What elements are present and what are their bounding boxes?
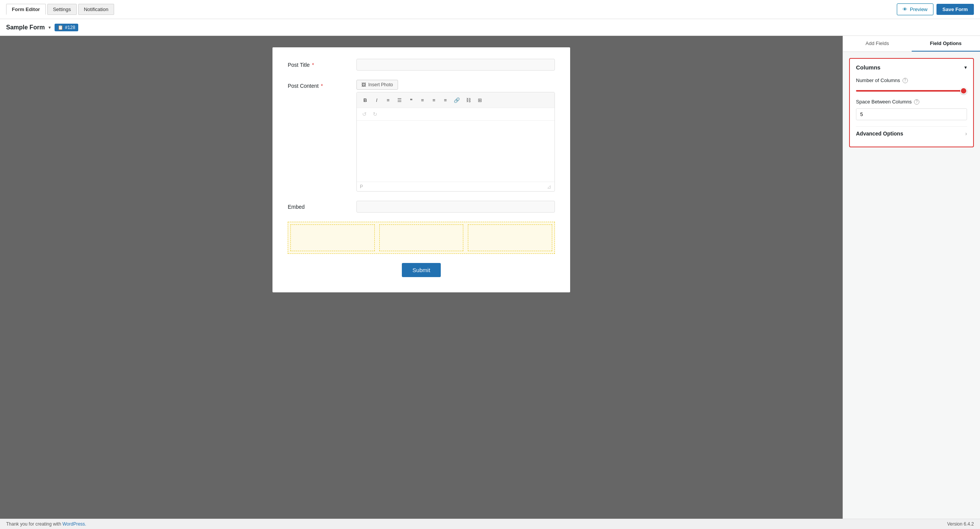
- field-options-body: Number of Columns ? Space Between Column…: [850, 77, 973, 147]
- wordpress-link[interactable]: WordPress.: [62, 521, 86, 527]
- blockquote-button[interactable]: ❝: [406, 95, 416, 105]
- form-id-badge: 📋 #128: [55, 24, 78, 31]
- form-title: Sample Form: [6, 24, 45, 31]
- nav-actions: 👁 Preview Save Form: [897, 3, 974, 15]
- form-canvas: Post Title * Post Content * 🖼 Insert Pho…: [272, 47, 570, 292]
- column-2: [379, 224, 464, 251]
- required-indicator: *: [312, 62, 314, 68]
- advanced-options-label: Advanced Options: [856, 131, 903, 137]
- eye-icon: 👁: [903, 6, 907, 12]
- chevron-down-icon[interactable]: ▾: [48, 25, 51, 30]
- chevron-right-icon: ›: [965, 131, 967, 137]
- link-button[interactable]: 🔗: [451, 95, 462, 105]
- space-columns-help-icon[interactable]: ?: [914, 99, 919, 105]
- required-indicator-2: *: [321, 83, 323, 89]
- panel-content: Columns ▾ Number of Columns ? Space Betw…: [843, 52, 980, 529]
- post-title-field-wrap: [356, 59, 555, 71]
- embed-field-wrap: [356, 201, 555, 213]
- version-text: Version 6.4.2: [947, 521, 974, 527]
- ordered-list-button[interactable]: ☰: [394, 95, 405, 105]
- columns-layout-row: [288, 222, 555, 254]
- field-options-box: Columns ▾ Number of Columns ? Space Betw…: [849, 58, 974, 147]
- nav-tabs: Form Editor Settings Notification: [6, 4, 114, 15]
- post-content-field-wrap: 🖼 Insert Photo B I ≡ ☰ ❝ ≡ ≡ ≡: [356, 80, 555, 192]
- space-columns-label: Space Between Columns: [856, 99, 912, 105]
- num-columns-help-icon[interactable]: ?: [903, 78, 908, 83]
- embed-label: Embed: [288, 201, 349, 210]
- footer-thank-you-text: Thank you for creating with: [6, 521, 61, 527]
- tab-settings[interactable]: Settings: [47, 4, 77, 15]
- tab-form-editor[interactable]: Form Editor: [6, 4, 46, 15]
- page-footer: Thank you for creating with WordPress. V…: [0, 519, 980, 529]
- unordered-list-button[interactable]: ≡: [383, 95, 393, 105]
- align-center-button[interactable]: ≡: [429, 95, 439, 105]
- post-title-input[interactable]: [356, 59, 555, 71]
- bold-button[interactable]: B: [360, 95, 371, 105]
- align-left-button[interactable]: ≡: [417, 95, 428, 105]
- save-form-button[interactable]: Save Form: [936, 4, 974, 15]
- post-content-label: Post Content *: [288, 80, 349, 89]
- editor-resize-handle[interactable]: ⊿: [547, 184, 551, 190]
- editor-toolbar: B I ≡ ☰ ❝ ≡ ≡ ≡ 🔗 ⛓ ⊞: [357, 92, 554, 108]
- tab-notification[interactable]: Notification: [78, 4, 114, 15]
- advanced-options-row[interactable]: Advanced Options ›: [856, 126, 967, 140]
- space-columns-label-row: Space Between Columns ?: [856, 99, 967, 105]
- preview-button[interactable]: 👁 Preview: [897, 3, 933, 15]
- redo-button[interactable]: ↻: [371, 110, 380, 119]
- column-1: [290, 224, 375, 251]
- form-row-post-title: Post Title *: [288, 59, 555, 71]
- rich-text-editor: B I ≡ ☰ ❝ ≡ ≡ ≡ 🔗 ⛓ ⊞: [356, 92, 555, 192]
- align-right-button[interactable]: ≡: [440, 95, 451, 105]
- column-3: [468, 224, 552, 251]
- main-layout: Post Title * Post Content * 🖼 Insert Pho…: [0, 36, 980, 529]
- post-title-label: Post Title *: [288, 59, 349, 68]
- submit-row: Submit: [288, 263, 555, 277]
- chevron-up-icon: ▾: [964, 65, 967, 70]
- editor-body[interactable]: [357, 121, 554, 182]
- undo-button[interactable]: ↺: [360, 110, 369, 119]
- submit-button[interactable]: Submit: [402, 263, 441, 277]
- editor-undo-row: ↺ ↻: [357, 108, 554, 121]
- editor-footer: P ⊿: [357, 182, 554, 191]
- top-nav: Form Editor Settings Notification 👁 Prev…: [0, 0, 980, 19]
- fullscreen-button[interactable]: ⊞: [474, 95, 485, 105]
- form-row-embed: Embed: [288, 201, 555, 213]
- canvas-area: Post Title * Post Content * 🖼 Insert Pho…: [0, 36, 843, 529]
- field-options-header[interactable]: Columns ▾: [850, 59, 973, 76]
- insert-photo-button[interactable]: 🖼 Insert Photo: [356, 80, 398, 90]
- italic-button[interactable]: I: [371, 95, 382, 105]
- space-between-columns-input[interactable]: [856, 108, 967, 120]
- panel-tab-add-fields[interactable]: Add Fields: [843, 36, 912, 52]
- num-columns-label: Number of Columns: [856, 77, 900, 83]
- embed-input[interactable]: [356, 201, 555, 213]
- form-row-post-content: Post Content * 🖼 Insert Photo B I ≡ ☰: [288, 80, 555, 192]
- form-title-bar: Sample Form ▾ 📋 #128: [0, 19, 980, 36]
- editor-p-indicator: P: [360, 184, 363, 189]
- copy-icon: 📋: [58, 25, 63, 30]
- right-panel: Add Fields Field Options Columns ▾ Numbe…: [843, 36, 980, 529]
- unlink-button[interactable]: ⛓: [463, 95, 474, 105]
- num-columns-label-row: Number of Columns ?: [856, 77, 967, 83]
- panel-tabs: Add Fields Field Options: [843, 36, 980, 52]
- photo-icon: 🖼: [361, 82, 366, 87]
- num-columns-slider[interactable]: [856, 90, 967, 92]
- slider-wrap: [856, 87, 967, 93]
- panel-tab-field-options[interactable]: Field Options: [912, 36, 980, 52]
- columns-title: Columns: [856, 64, 880, 71]
